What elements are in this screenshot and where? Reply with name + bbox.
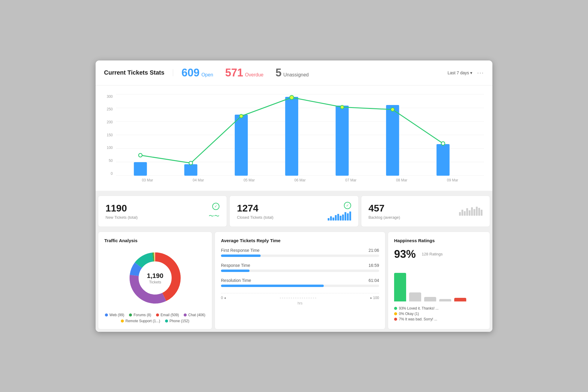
closed-tickets-label: Closed Tickets (total) — [237, 215, 273, 220]
chart-grid — [116, 94, 484, 176]
chart-container: 0 50 100 150 200 250 300 — [104, 94, 484, 185]
axis-end: ▸ 100 — [370, 296, 379, 300]
legend-chat: Chat (406) — [184, 313, 205, 317]
time-selector[interactable]: Last 7 days ▾ — [448, 70, 473, 75]
phone-dot — [165, 319, 168, 323]
dots-menu[interactable]: ··· — [477, 69, 484, 76]
closed-tickets-left: 1274 Closed Tickets (total) — [237, 203, 273, 220]
header-stats: 609 Open 571 Overdue 5 Unassigned — [182, 66, 448, 79]
traffic-panel: Traffic Analysis — [98, 232, 212, 329]
overdue-number: 571 — [225, 66, 243, 79]
resolution-time-row: Resolution Time 61:04 — [221, 278, 379, 283]
x-label-09mar: 09 Mar — [447, 178, 458, 182]
happiness-title: Happiness Ratings — [394, 238, 484, 243]
axis-start: 0 ◂ — [221, 296, 226, 300]
mini-bars-closed — [328, 211, 351, 221]
h-bar-4 — [439, 299, 451, 301]
x-label-08mar: 08 Mar — [396, 178, 407, 182]
x-label-05mar: 05 Mar — [243, 178, 255, 182]
reply-axis: 0 ◂ - - - - - - - - - - - - - - - - - ▸ … — [221, 293, 379, 300]
resolution-time-bar-bg — [221, 285, 379, 287]
overdue-label: Overdue — [245, 72, 263, 78]
new-tickets-label: New Tickets (total) — [106, 215, 138, 220]
y-label-250: 250 — [104, 107, 115, 111]
happiness-ratings-count: 128 Ratings — [422, 252, 443, 256]
header-actions: Last 7 days ▾ ··· — [448, 69, 484, 76]
bad-dot — [394, 318, 397, 321]
loved-text: 93% Loved it. Thanks! ... — [399, 306, 439, 310]
left-arrow-icon: ◂ — [224, 296, 226, 300]
h-legend-loved: 93% Loved it. Thanks! ... — [394, 306, 484, 310]
y-label-300: 300 — [104, 94, 115, 99]
stats-cards-row: 1190 New Tickets (total) ✓ 〜〜 1274 Close… — [96, 193, 492, 229]
donut-chart: 1,190 Tickets — [125, 248, 185, 308]
happiness-legend: 93% Loved it. Thanks! ... 0% Okay (1) 7%… — [394, 306, 484, 321]
check-icon-closed: ✓ — [344, 202, 351, 209]
page-title: Current Tickets Stats — [104, 69, 173, 76]
unassigned-number: 5 — [275, 66, 281, 79]
unassigned-stat: 5 Unassigned — [275, 66, 309, 79]
closed-tickets-number: 1274 — [237, 203, 273, 214]
resolution-time-bar-fill — [221, 285, 324, 287]
happiness-bars — [394, 265, 484, 301]
backlog-number: 457 — [369, 203, 400, 214]
chat-label: Chat (406) — [188, 313, 205, 317]
first-response-value: 21:06 — [369, 248, 379, 253]
h-legend-okay: 0% Okay (1) — [394, 312, 484, 316]
axis-dots: - - - - - - - - - - - - - - - - - — [280, 296, 316, 300]
mini-bars-backlog — [459, 207, 482, 216]
h-bar-loved-bar — [394, 273, 406, 301]
time-selector-label: Last 7 days — [448, 70, 469, 75]
okay-text: 0% Okay (1) — [399, 312, 419, 316]
open-stat: 609 Open — [182, 66, 213, 79]
legend-remote: Remote Support (1...) — [121, 319, 160, 323]
new-tickets-number: 1190 — [106, 203, 138, 214]
phone-label: Phone (152) — [170, 319, 189, 323]
h-bar-2 — [409, 292, 421, 301]
axis-unit-label: hrs — [221, 301, 379, 305]
x-label-04mar: 04 Mar — [193, 178, 204, 182]
h-legend-bad: 7% It was bad. Sorry! ... — [394, 317, 484, 321]
first-response-bar-bg — [221, 255, 379, 257]
donut-center: 1,190 Tickets — [147, 272, 163, 284]
backlog-right — [459, 207, 482, 216]
open-number: 609 — [182, 66, 200, 79]
donut-number: 1,190 — [147, 272, 163, 279]
web-dot — [105, 313, 108, 316]
email-label: Email (509) — [161, 313, 179, 317]
x-label-03mar: 03 Mar — [142, 178, 153, 182]
header: Current Tickets Stats 609 Open 571 Overd… — [96, 60, 492, 85]
new-tickets-left: 1190 New Tickets (total) — [106, 203, 138, 220]
happiness-panel: Happiness Ratings 93% 128 Ratings — [388, 232, 490, 329]
loved-dot — [394, 307, 397, 310]
forums-dot — [129, 313, 132, 316]
y-label-0: 0 — [104, 171, 115, 176]
first-response-row: First Response Time 21:06 — [221, 248, 379, 253]
wave-icon: 〜〜 — [209, 212, 219, 220]
response-time-bar-fill — [221, 270, 250, 272]
h-bar-bad-bar — [454, 298, 466, 301]
h-bar-3-bar — [424, 297, 436, 301]
closed-tickets-card: 1274 Closed Tickets (total) ✓ — [229, 196, 358, 227]
resolution-time-value: 61:04 — [369, 278, 379, 283]
reply-panel: Average Tickets Reply Time First Respons… — [215, 232, 385, 329]
h-bar-bad — [454, 298, 466, 301]
happiness-header: 93% 128 Ratings — [394, 248, 484, 261]
resolution-time-label: Resolution Time — [221, 278, 251, 283]
check-icon-new: ✓ — [212, 203, 219, 210]
legend-email: Email (509) — [156, 313, 179, 317]
backlog-card: 457 Backlog (average) — [361, 196, 490, 227]
happiness-percentage: 93% — [394, 248, 416, 261]
backlog-left: 457 Backlog (average) — [369, 203, 400, 220]
response-time-row: Response Time 16:59 — [221, 263, 379, 268]
chart-x-axis: 03 Mar 04 Mar 05 Mar 06 Mar 07 Mar 08 Ma… — [116, 178, 484, 182]
backlog-label: Backlog (average) — [369, 215, 400, 220]
y-label-50: 50 — [104, 159, 115, 163]
remote-label: Remote Support (1...) — [125, 319, 160, 323]
h-bar-3 — [424, 297, 436, 301]
h-bar-loved — [394, 273, 406, 301]
bad-text: 7% It was bad. Sorry! ... — [399, 317, 437, 321]
chevron-down-icon: ▾ — [470, 70, 472, 75]
open-label: Open — [201, 72, 213, 78]
chat-dot — [184, 313, 187, 316]
